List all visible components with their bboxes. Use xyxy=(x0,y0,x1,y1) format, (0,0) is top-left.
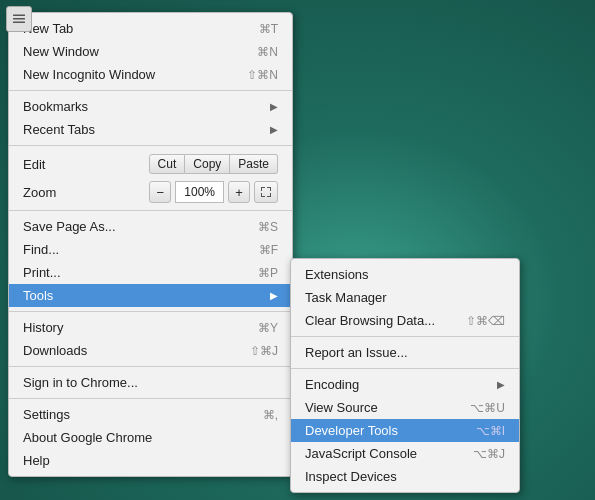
submenu-item-report-issue[interactable]: Report an Issue... xyxy=(291,341,519,364)
menu-item-bookmarks[interactable]: Bookmarks ▶ xyxy=(9,95,292,118)
copy-button[interactable]: Copy xyxy=(185,154,230,174)
zoom-out-button[interactable]: − xyxy=(149,181,171,203)
submenu-item-clear-browsing[interactable]: Clear Browsing Data... ⇧⌘⌫ xyxy=(291,309,519,332)
menu-item-settings[interactable]: Settings ⌘, xyxy=(9,403,292,426)
main-menu: New Tab ⌘T New Window ⌘N New Incognito W… xyxy=(8,12,293,477)
menu-item-sign-in[interactable]: Sign in to Chrome... xyxy=(9,371,292,394)
svg-rect-2 xyxy=(13,22,25,24)
separator-1 xyxy=(9,90,292,91)
menu-icon xyxy=(12,12,26,26)
zoom-row: Zoom − 100% + xyxy=(9,178,292,206)
fullscreen-button[interactable] xyxy=(254,181,278,203)
submenu-item-extensions[interactable]: Extensions xyxy=(291,263,519,286)
submenu-item-js-console[interactable]: JavaScript Console ⌥⌘J xyxy=(291,442,519,465)
menu-item-find[interactable]: Find... ⌘F xyxy=(9,238,292,261)
menu-item-downloads[interactable]: Downloads ⇧⌘J xyxy=(9,339,292,362)
submenu-item-view-source[interactable]: View Source ⌥⌘U xyxy=(291,396,519,419)
separator-2 xyxy=(9,145,292,146)
separator-4 xyxy=(9,311,292,312)
separator-3 xyxy=(9,210,292,211)
cut-button[interactable]: Cut xyxy=(149,154,186,174)
menu-item-about[interactable]: About Google Chrome xyxy=(9,426,292,449)
menu-item-history[interactable]: History ⌘Y xyxy=(9,316,292,339)
zoom-in-button[interactable]: + xyxy=(228,181,250,203)
submenu-item-task-manager[interactable]: Task Manager xyxy=(291,286,519,309)
svg-rect-10 xyxy=(270,193,271,197)
svg-rect-4 xyxy=(261,187,262,191)
submenu-item-inspect-devices[interactable]: Inspect Devices xyxy=(291,465,519,488)
menu-item-help[interactable]: Help xyxy=(9,449,292,472)
tools-submenu: Extensions Task Manager Clear Browsing D… xyxy=(290,258,520,493)
menu-item-new-tab[interactable]: New Tab ⌘T xyxy=(9,17,292,40)
menu-item-save-page[interactable]: Save Page As... ⌘S xyxy=(9,215,292,238)
zoom-percent: 100% xyxy=(175,181,224,203)
menu-item-print[interactable]: Print... ⌘P xyxy=(9,261,292,284)
chrome-menu-button[interactable] xyxy=(6,6,32,32)
separator-5 xyxy=(9,366,292,367)
sub-separator-2 xyxy=(291,368,519,369)
separator-6 xyxy=(9,398,292,399)
svg-rect-0 xyxy=(13,15,25,17)
svg-rect-8 xyxy=(261,193,262,197)
menu-item-tools[interactable]: Tools ▶ xyxy=(9,284,292,307)
paste-button[interactable]: Paste xyxy=(230,154,278,174)
svg-rect-6 xyxy=(270,187,271,191)
svg-rect-1 xyxy=(13,18,25,20)
fullscreen-icon xyxy=(259,185,273,199)
menu-item-recent-tabs[interactable]: Recent Tabs ▶ xyxy=(9,118,292,141)
submenu-item-encoding[interactable]: Encoding ▶ xyxy=(291,373,519,396)
menu-item-new-window[interactable]: New Window ⌘N xyxy=(9,40,292,63)
sub-separator-1 xyxy=(291,336,519,337)
menu-item-new-incognito[interactable]: New Incognito Window ⇧⌘N xyxy=(9,63,292,86)
submenu-item-developer-tools[interactable]: Developer Tools ⌥⌘I xyxy=(291,419,519,442)
edit-row: Edit Cut Copy Paste xyxy=(9,150,292,178)
